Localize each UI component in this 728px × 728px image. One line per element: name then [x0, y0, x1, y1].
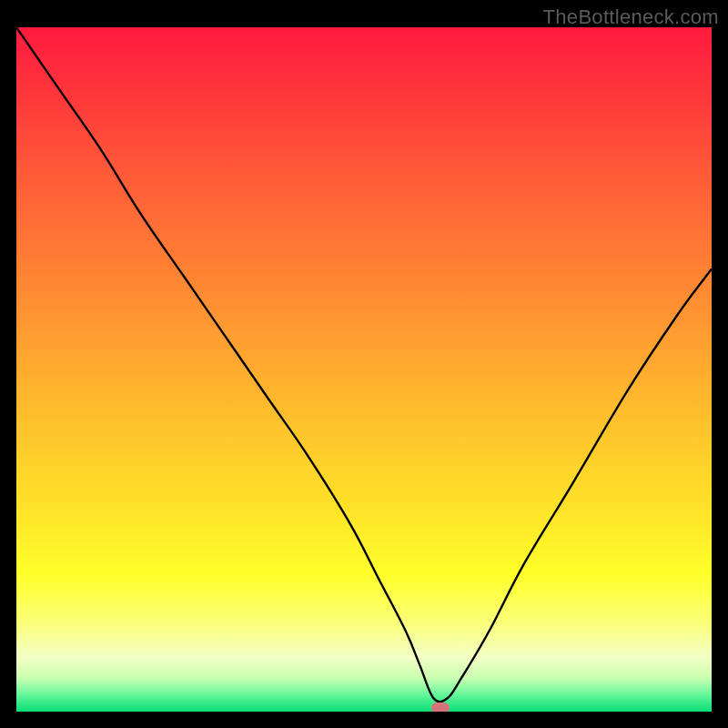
- watermark-text: TheBottleneck.com: [543, 5, 719, 29]
- chart-container: TheBottleneck.com: [0, 0, 728, 728]
- optimal-point-marker: [431, 703, 450, 712]
- bottleneck-curve: [16, 27, 712, 712]
- plot-area: [16, 27, 712, 712]
